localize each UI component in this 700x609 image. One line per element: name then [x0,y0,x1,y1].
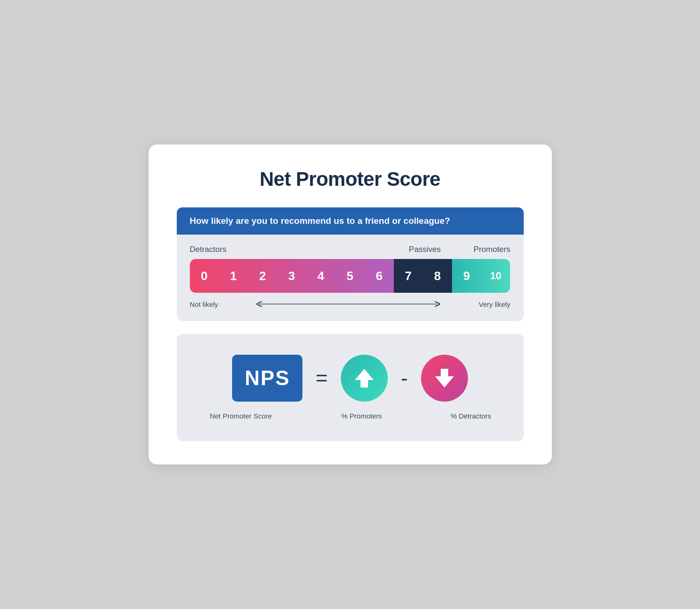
nps-box: NPS [232,355,302,402]
num-4: 4 [312,269,329,283]
passives-label: Passives [409,245,441,254]
svg-marker-1 [355,369,374,388]
num-8: 8 [429,269,446,283]
likely-row: Not likely Very lik [190,299,511,309]
not-likely-label: Not likely [190,300,218,308]
promoters-circle [341,355,388,402]
num-9: 9 [458,269,475,283]
svg-marker-2 [435,369,454,388]
page-title: Net Promoter Score [177,168,524,190]
num-7: 7 [400,269,417,283]
detractors-bar: 0 1 2 3 4 5 6 [190,259,394,293]
nps-box-text: NPS [245,366,290,390]
num-5: 5 [341,269,358,283]
arrow-up-icon [352,366,376,390]
arrow-down-icon [432,366,457,390]
detractors-label: Detractors [190,245,226,254]
detractors-formula-label: % Detractors [451,412,491,420]
equals-sign: = [316,368,328,388]
bidirectional-arrow-icon [223,299,474,309]
formula-labels: Net Promoter Score % Promoters % Detract… [196,412,505,420]
formula-row: NPS = - [232,355,467,402]
num-3: 3 [283,269,300,283]
formula-section: NPS = - Net Promoter Score [177,334,524,441]
num-1: 1 [225,269,242,283]
scale-question: How likely are you to recommend us to a … [190,216,511,226]
very-likely-label: Very likely [479,300,511,308]
scale-body: Detractors Passives Promoters 0 1 2 3 4 … [177,235,524,321]
promoters-bar: 9 10 [452,259,510,293]
scale-category-labels: Detractors Passives Promoters [190,245,511,254]
num-6: 6 [371,269,388,283]
minus-sign: - [401,368,408,388]
num-2: 2 [254,269,271,283]
main-card: Net Promoter Score How likely are you to… [149,145,552,464]
scale-header: How likely are you to recommend us to a … [177,207,524,235]
num-10: 10 [487,270,504,282]
right-labels: Passives Promoters [409,245,510,254]
scale-section: How likely are you to recommend us to a … [177,207,524,321]
passives-bar: 7 8 [394,259,452,293]
number-bar: 0 1 2 3 4 5 6 7 8 9 10 [190,259,511,293]
detractors-circle [421,355,468,402]
num-0: 0 [196,269,213,283]
arrow-line [223,299,474,309]
promoters-formula-label: % Promoters [341,412,382,420]
promoters-label: Promoters [474,245,510,254]
nps-formula-label: Net Promoter Score [210,412,272,420]
